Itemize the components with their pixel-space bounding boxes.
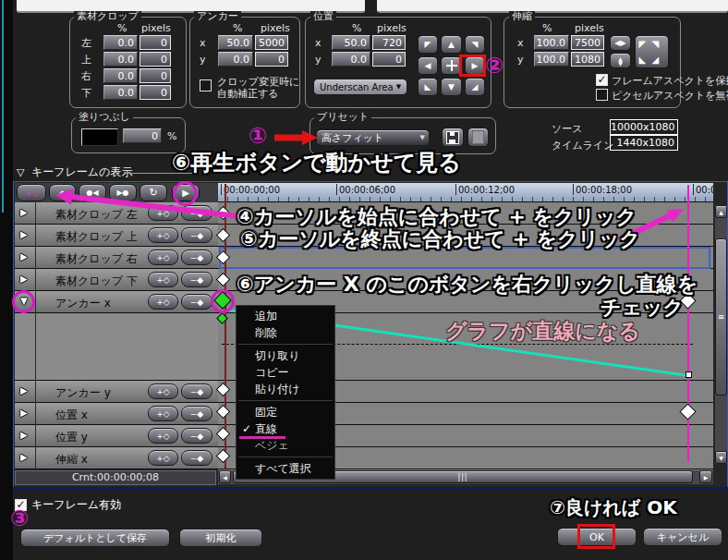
row-add-keyframe-button[interactable]: +◇: [148, 428, 178, 444]
keyframe-mode-button[interactable]: ◆: [49, 184, 76, 201]
expand-icon[interactable]: ▶: [20, 408, 28, 418]
keep-frame-aspect-checkbox[interactable]: ✓: [596, 74, 608, 86]
nudge-up-right-button[interactable]: ◥: [465, 35, 485, 54]
row-crop-right[interactable]: ▶ 素材クロップ 右 +◇ −◆: [15, 247, 218, 269]
initialize-button[interactable]: 初期化: [179, 529, 262, 547]
graph-endpoint-square[interactable]: [686, 371, 692, 378]
expand-icon[interactable]: ▶: [20, 430, 28, 440]
row-add-keyframe-button[interactable]: +◇: [148, 205, 178, 221]
stretch-x-pct-field[interactable]: 100.0: [534, 35, 569, 50]
nudge-left-button[interactable]: ◀: [418, 56, 438, 75]
row-remove-keyframe-button[interactable]: −◆: [181, 227, 212, 243]
crop-bottom-pct-field[interactable]: 0.0: [103, 85, 138, 100]
row-remove-keyframe-button[interactable]: −◆: [181, 450, 212, 466]
nudge-down-button[interactable]: ▼: [441, 78, 462, 96]
row-add-keyframe-button[interactable]: +◇: [148, 383, 178, 399]
expand-icon[interactable]: ▶: [20, 251, 28, 262]
stretch-y-pct-field[interactable]: 100.0: [534, 52, 569, 67]
stretch-y-px-field[interactable]: 1080: [571, 52, 604, 67]
underscan-dropdown[interactable]: Underscan Area ▼: [313, 79, 407, 95]
menu-item-delete[interactable]: 削除: [237, 324, 334, 341]
row-add-keyframe-button[interactable]: +◇: [148, 450, 178, 466]
menu-item-fixed[interactable]: 固定: [237, 404, 334, 420]
expand-icon[interactable]: ▶: [20, 207, 28, 217]
expand-icon[interactable]: ▶: [20, 452, 28, 462]
auto-correct-checkbox[interactable]: [200, 79, 212, 91]
row-position-y[interactable]: ▶ 位置 y +◇ −◆: [15, 425, 218, 447]
crop-bottom-px-field[interactable]: 0: [140, 85, 171, 100]
row-remove-keyframe-button[interactable]: −◆: [181, 272, 212, 287]
crop-left-px-field[interactable]: 0: [140, 35, 171, 50]
stretch-x-px-field[interactable]: 7500: [571, 35, 604, 50]
row-crop-top[interactable]: ▶ 素材クロップ 上 +◇ −◆: [15, 225, 218, 247]
end-cursor-line[interactable]: [687, 185, 689, 462]
preset-dropdown[interactable]: 高さフィット ▼: [316, 129, 430, 146]
crop-right-px-field[interactable]: 0: [140, 68, 171, 83]
expand-icon[interactable]: ▶: [20, 274, 28, 284]
crop-right-pct-field[interactable]: 0.0: [103, 68, 138, 83]
nudge-up-left-button[interactable]: ◤: [418, 35, 438, 54]
crop-top-pct-field[interactable]: 0.0: [103, 52, 138, 67]
save-as-default-button[interactable]: デフォルトとして保存: [20, 529, 170, 547]
add-keyframe-button[interactable]: +◇: [17, 184, 46, 201]
position-y-pct-field[interactable]: 0.0: [332, 52, 370, 67]
nudge-down-left-button[interactable]: ◣: [418, 78, 438, 96]
expand-icon[interactable]: ▶: [20, 229, 28, 239]
row-remove-keyframe-button[interactable]: −◆: [181, 428, 212, 444]
row-anchor-x[interactable]: ▼ アンカー x +◇ −◆: [15, 291, 218, 313]
prev-keyframe-button[interactable]: ●◀: [79, 184, 106, 201]
row-add-keyframe-button[interactable]: +◇: [148, 227, 178, 243]
row-add-keyframe-button[interactable]: +◇: [148, 272, 178, 287]
row-anchor-y[interactable]: ▶ アンカー y +◇ −◆: [15, 381, 218, 403]
row-remove-keyframe-button[interactable]: −◆: [181, 383, 212, 399]
position-x-pct-field[interactable]: 50.0: [332, 35, 370, 50]
stretch-both-button[interactable]: ◤◥◣◢: [635, 35, 669, 68]
menu-item-bezier[interactable]: ベジェ: [237, 437, 334, 454]
row-remove-keyframe-button[interactable]: −◆: [181, 406, 212, 421]
row-remove-keyframe-button[interactable]: −◆: [181, 205, 212, 221]
anchor-x-px-field[interactable]: 5000: [255, 35, 288, 50]
menu-item-cut[interactable]: 切り取り: [237, 347, 334, 364]
crop-left-pct-field[interactable]: 0.0: [103, 35, 138, 50]
fill-opacity-field[interactable]: 0: [123, 128, 162, 143]
menu-item-paste[interactable]: 貼り付け: [237, 381, 334, 397]
position-x-px-field[interactable]: 720: [372, 35, 406, 50]
menu-item-copy[interactable]: コピー: [237, 364, 334, 381]
preset-paste-button[interactable]: [467, 128, 489, 147]
vertical-scroll-thumb[interactable]: ≡: [715, 238, 727, 396]
menu-item-select-all[interactable]: すべて選択: [237, 460, 334, 477]
nudge-up-button[interactable]: ▲: [441, 35, 462, 54]
timeline-ruler[interactable]: 00:00:00;00 00:00:06;00 00:00:12;00 00:0…: [218, 183, 713, 202]
row-add-keyframe-button[interactable]: +◇: [148, 406, 178, 421]
crop-top-px-field[interactable]: 0: [140, 52, 171, 67]
keyframe-header-triangle-icon[interactable]: ▽: [17, 166, 24, 178]
row-add-keyframe-button[interactable]: +◇: [148, 294, 178, 310]
row-crop-bottom[interactable]: ▶ 素材クロップ 下 +◇ −◆: [15, 269, 218, 291]
scroll-left-button[interactable]: ◀: [219, 470, 231, 483]
playhead-line[interactable]: [224, 184, 226, 469]
scroll-up-button[interactable]: ▲: [715, 205, 727, 218]
expand-icon[interactable]: ▶: [20, 385, 28, 396]
preset-save-button[interactable]: [442, 128, 464, 147]
cancel-button[interactable]: キャンセル: [643, 528, 722, 546]
ignore-pixel-aspect-checkbox[interactable]: [596, 89, 608, 101]
menu-item-add[interactable]: 追加: [237, 308, 334, 324]
anchor-y-pct-field[interactable]: 0.0: [218, 52, 253, 67]
row-remove-keyframe-button[interactable]: −◆: [181, 294, 212, 310]
position-y-px-field[interactable]: 0: [372, 52, 406, 67]
stretch-horizontal-button[interactable]: ◀▶: [610, 35, 631, 51]
anchor-x-pct-field[interactable]: 50.0: [218, 35, 253, 50]
menu-item-linear[interactable]: ✓ 直線: [237, 420, 334, 437]
row-position-x[interactable]: ▶ 位置 x +◇ −◆: [15, 403, 218, 425]
row-add-keyframe-button[interactable]: +◇: [148, 250, 178, 265]
row-stretch-x[interactable]: ▶ 伸縮 x +◇ −◆: [15, 447, 218, 469]
stretch-vertical-button[interactable]: ▲ ▼: [610, 53, 631, 68]
next-keyframe-button[interactable]: ▶●: [109, 184, 137, 201]
fill-color-swatch[interactable]: [81, 128, 118, 146]
nudge-down-right-button[interactable]: ◢: [465, 78, 485, 96]
vertical-scrollbar[interactable]: ▲ ≡ ▼: [715, 205, 727, 464]
scroll-right-button[interactable]: ▶: [699, 470, 712, 483]
loop-button[interactable]: ↻: [140, 184, 167, 201]
row-remove-keyframe-button[interactable]: −◆: [181, 250, 212, 265]
scroll-down-button[interactable]: ▼: [715, 451, 727, 464]
